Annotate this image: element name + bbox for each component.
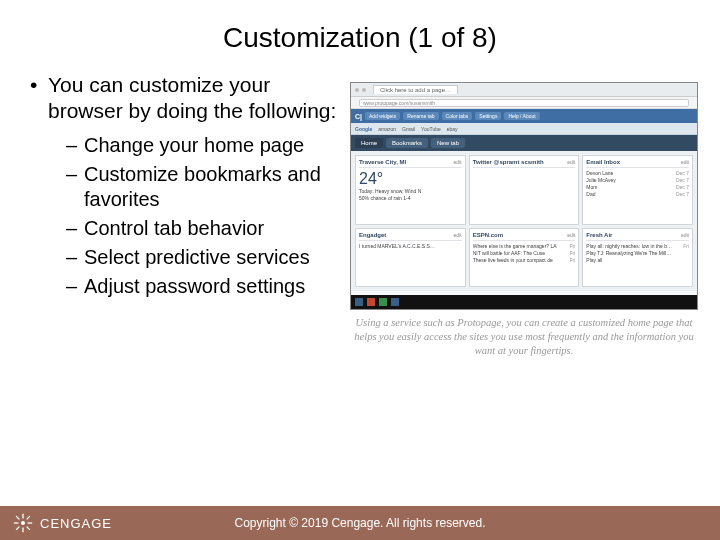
browser-screenshot: Click here to add a page… www.protopage.… — [350, 82, 698, 310]
taskbar-icon — [391, 298, 399, 306]
weather-detail: 50% chance of rain 1-4 — [359, 195, 462, 202]
window-titlebar: Click here to add a page… — [351, 83, 697, 97]
sub-bullet: Select predictive services — [66, 245, 350, 270]
figure-caption: Using a service such as Protopage, you c… — [350, 316, 698, 359]
protopage-toolbar: C| Add widgets Rename tab Color tabs Set… — [351, 109, 697, 123]
address-bar-row: www.protopage.com/susansmith — [351, 97, 697, 109]
weather-desc: Today: Heavy snow, Wind N — [359, 188, 462, 195]
feed-row: Where else is the game manager? LAFri — [473, 243, 576, 250]
toolbar-chip: Add widgets — [365, 112, 400, 120]
browser-tab: Click here to add a page… — [373, 85, 458, 94]
email-row: Devon LaneDec 7 — [586, 170, 689, 177]
feed-row: I turned MARVEL's A.C.C.E.S.S… — [359, 243, 462, 250]
sub-bullet: Customize bookmarks and favorites — [66, 162, 350, 212]
taskbar-icon — [367, 298, 375, 306]
feed-row: Play all: nightly reaches: low in the b…… — [586, 243, 689, 250]
forward-icon — [362, 88, 366, 92]
protopage-logo-icon: C| — [355, 113, 362, 120]
espn-card: ESPN.comedit Where else is the game mana… — [469, 228, 580, 287]
intro-bullet: You can customize your browser by doing … — [30, 72, 350, 125]
toolbar-chip: Help / About — [504, 112, 539, 120]
quick-link: Gmail — [402, 126, 415, 132]
toolbar-chip: Settings — [475, 112, 501, 120]
windows-taskbar — [351, 295, 697, 309]
address-bar: www.protopage.com/susansmith — [359, 99, 689, 107]
protopage-nav: Home Bookmarks New tab — [351, 135, 697, 151]
card-title: Fresh Air — [586, 232, 612, 238]
taskbar-icon — [379, 298, 387, 306]
google-logo: Google — [355, 126, 372, 132]
email-row: MomDec 7 — [586, 184, 689, 191]
nav-bookmarks: Bookmarks — [386, 138, 428, 148]
card-edit: edit — [567, 232, 575, 238]
right-column: Click here to add a page… www.protopage.… — [350, 72, 698, 359]
taskbar-icon — [355, 298, 363, 306]
card-edit: edit — [454, 159, 462, 165]
weather-temp: 24° — [359, 170, 462, 188]
card-title: Engadget — [359, 232, 386, 238]
feed-row: Play all — [586, 257, 689, 264]
widget-grid: Traverse City, MIedit 24° Today: Heavy s… — [351, 151, 697, 291]
card-edit: edit — [454, 232, 462, 238]
weather-card: Traverse City, MIedit 24° Today: Heavy s… — [355, 155, 466, 225]
search-link-bar: Google amazon Gmail YouTube ebay — [351, 123, 697, 135]
quick-link: amazon — [378, 126, 396, 132]
engadget-card: Engadgetedit I turned MARVEL's A.C.C.E.S… — [355, 228, 466, 287]
sub-bullet: Control tab behavior — [66, 216, 350, 241]
card-title: Traverse City, MI — [359, 159, 406, 165]
sub-bullet: Change your home page — [66, 133, 350, 158]
nav-newtab: New tab — [431, 138, 465, 148]
toolbar-chip: Color tabs — [442, 112, 473, 120]
slide-body: You can customize your browser by doing … — [0, 72, 720, 359]
card-edit: edit — [681, 232, 689, 238]
feed-row: Play TJ: Reanalyzing We're The Mill… — [586, 250, 689, 257]
email-row: DadDec 7 — [586, 191, 689, 198]
feed-row: These live feeds in your compact deFri — [473, 257, 576, 264]
card-title: Email Inbox — [586, 159, 620, 165]
copyright-text: Copyright © 2019 Cengage. All rights res… — [0, 516, 720, 530]
quick-link: ebay — [447, 126, 458, 132]
slide-footer: Copyright © 2019 Cengage. All rights res… — [0, 506, 720, 540]
card-title: Twitter @spramt scsmith — [473, 159, 544, 165]
nav-home: Home — [355, 138, 383, 148]
email-card: Email Inboxedit Devon LaneDec 7 Julie Mc… — [582, 155, 693, 225]
card-edit: edit — [567, 159, 575, 165]
feed-row: NIT will battle for AAF: The CuseFri — [473, 250, 576, 257]
left-column: You can customize your browser by doing … — [30, 72, 350, 359]
back-icon — [355, 88, 359, 92]
quick-link: YouTube — [421, 126, 441, 132]
freshair-card: Fresh Airedit Play all: nightly reaches:… — [582, 228, 693, 287]
card-title: ESPN.com — [473, 232, 503, 238]
twitter-card: Twitter @spramt scsmithedit — [469, 155, 580, 225]
sub-bullet: Adjust password settings — [66, 274, 350, 299]
card-edit: edit — [681, 159, 689, 165]
sub-bullet-list: Change your home page Customize bookmark… — [30, 133, 350, 299]
email-row: Julie McAveyDec 7 — [586, 177, 689, 184]
slide-title: Customization (1 of 8) — [0, 0, 720, 72]
toolbar-chip: Rename tab — [403, 112, 438, 120]
slide: Customization (1 of 8) You can customize… — [0, 0, 720, 540]
